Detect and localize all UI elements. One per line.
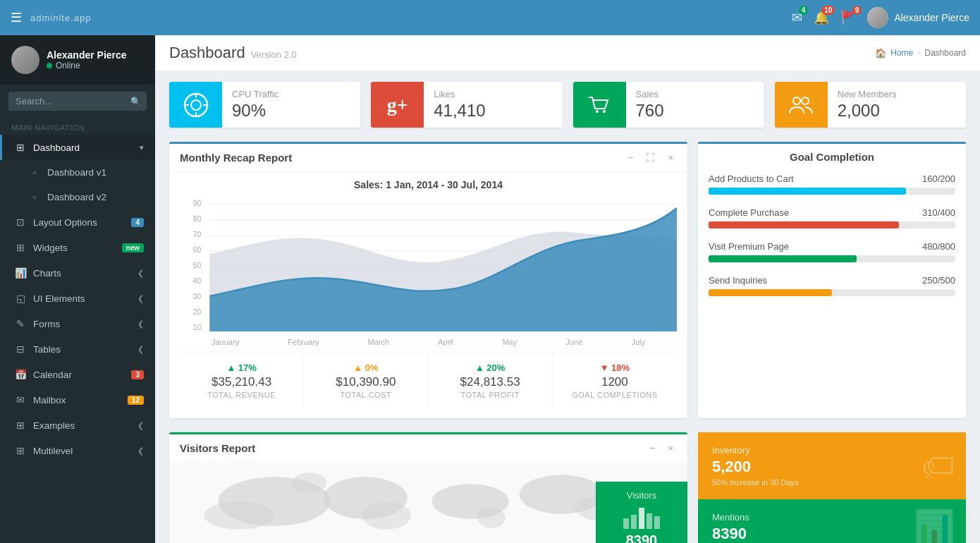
sidebar-item-dashboard[interactable]: ⊞ Dashboard ▾ bbox=[0, 135, 155, 160]
search-input[interactable] bbox=[8, 92, 147, 111]
main-layout: Alexander Pierce Online 🔍 MAIN NAVIGATIO… bbox=[0, 35, 980, 543]
visitors-panel: Visitors Report − × bbox=[169, 432, 687, 543]
svg-point-34 bbox=[477, 507, 506, 528]
sidebar-search-wrap: 🔍 bbox=[0, 85, 155, 118]
progress-bg-inquiries bbox=[709, 289, 955, 296]
sidebar-item-widgets[interactable]: ⊞ Widgets new bbox=[0, 235, 155, 260]
visitors-tools: − × bbox=[647, 441, 677, 455]
chart-stat-profit: ▲ 20% $24,813.53 TOTAL PROFIT bbox=[429, 354, 553, 408]
cost-label: TOTAL COST bbox=[311, 391, 420, 399]
goal-completion-content: Goal Completion Add Products to Cart 160… bbox=[698, 144, 966, 316]
stat-info-likes: Likes 41,410 bbox=[424, 82, 562, 128]
examples-icon: ⊞ bbox=[13, 420, 27, 431]
calendar-badge: 3 bbox=[131, 370, 144, 379]
sidebar-username: Alexander Pierce bbox=[47, 49, 127, 61]
nav-section-label: MAIN NAVIGATION bbox=[0, 118, 155, 135]
chart-title: Sales: 1 Jan, 2014 - 30 Jul, 2014 bbox=[180, 179, 677, 190]
sidebar-item-calendar-label: Calendar bbox=[33, 370, 72, 380]
dashboard-arrow: ▾ bbox=[140, 143, 144, 152]
sidebar-brand: Alexander Pierce Online bbox=[0, 35, 155, 85]
close-button[interactable]: × bbox=[664, 151, 677, 164]
goals-change: ▼ 18% bbox=[560, 362, 670, 373]
hamburger-button[interactable]: ☰ bbox=[11, 10, 22, 25]
dashboard-v2-icon: ○ bbox=[27, 193, 42, 201]
sidebar-item-tables-label: Tables bbox=[33, 344, 61, 355]
visitors-minimize[interactable]: − bbox=[647, 441, 659, 455]
bell-badge: 10 bbox=[821, 6, 835, 15]
sidebar-item-multilevel[interactable]: ⊞ Multilevel ❮ bbox=[0, 438, 155, 463]
sidebar-item-examples[interactable]: ⊞ Examples ❮ bbox=[0, 413, 155, 438]
stat-icon-members bbox=[775, 82, 828, 128]
tables-icon: ⊟ bbox=[13, 343, 27, 355]
progress-bg-cart bbox=[709, 188, 955, 195]
profit-change: ▲ 20% bbox=[436, 362, 545, 373]
minimize-button[interactable]: − bbox=[625, 151, 637, 164]
chart-stat-revenue: ▲ 17% $35,210.43 TOTAL REVENUE bbox=[180, 354, 304, 408]
profit-label: TOTAL PROFIT bbox=[436, 391, 545, 399]
page-subtitle: Version 2.0 bbox=[251, 49, 297, 60]
progress-fill-purchase bbox=[709, 221, 899, 228]
bar3 bbox=[639, 508, 644, 529]
search-icon: 🔍 bbox=[130, 97, 141, 106]
stat-label-cpu: CPU Traffic bbox=[232, 89, 350, 99]
svg-text:20: 20 bbox=[193, 307, 202, 316]
svg-text:10: 10 bbox=[193, 323, 202, 331]
breadcrumb: 🏠 Home › Dashboard bbox=[875, 48, 966, 59]
stat-value-sales: 760 bbox=[636, 101, 754, 121]
svg-point-38 bbox=[292, 472, 327, 492]
widgets-icon: ⊞ bbox=[13, 242, 27, 253]
sidebar-item-tables[interactable]: ⊟ Tables ❮ bbox=[0, 336, 155, 362]
flag-icon-wrapper[interactable]: 🚩 9 bbox=[840, 10, 856, 25]
profit-amount: $24,813.53 bbox=[436, 375, 545, 389]
sidebar-status: Online bbox=[47, 61, 127, 71]
svg-point-1 bbox=[191, 100, 201, 110]
x-label-apr: April bbox=[438, 338, 453, 346]
panel-tools: − ⛶ × bbox=[625, 151, 677, 164]
sidebar-item-ui-elements[interactable]: ◱ UI Elements ❮ bbox=[0, 286, 155, 311]
stat-boxes: CPU Traffic 90% g+ Likes 41,410 bbox=[169, 82, 966, 128]
small-stats: Inventory 5,200 50% Increase in 30 Days … bbox=[698, 432, 966, 543]
breadcrumb-separator: › bbox=[917, 48, 920, 58]
sidebar-item-forms[interactable]: ✎ Forms ❮ bbox=[0, 311, 155, 336]
tables-arrow: ❮ bbox=[137, 345, 144, 354]
progress-fill-cart bbox=[709, 188, 906, 195]
sidebar-item-calendar[interactable]: 📅 Calendar 3 bbox=[0, 362, 155, 387]
svg-text:30: 30 bbox=[193, 292, 202, 300]
sidebar-item-layout[interactable]: ⊡ Layout Options 4 bbox=[0, 209, 155, 235]
avatar bbox=[867, 7, 888, 28]
stat-icon-likes: g+ bbox=[371, 82, 424, 128]
inventory-subtext: 50% Increase in 30 Days bbox=[712, 478, 952, 487]
stat-icon-cpu bbox=[169, 82, 222, 128]
sidebar-item-dashboard-v2[interactable]: ○ Dashboard v2 bbox=[0, 185, 155, 209]
x-label-jan: January bbox=[212, 338, 239, 346]
revenue-change: ▲ 17% bbox=[187, 362, 296, 373]
sidebar-item-mailbox[interactable]: ✉ Mailbox 12 bbox=[0, 387, 155, 413]
breadcrumb-home[interactable]: Home bbox=[890, 48, 913, 58]
stat-info-members: New Members 2,000 bbox=[828, 82, 966, 128]
stat-value-likes: 41,410 bbox=[434, 101, 552, 121]
sidebar-avatar bbox=[11, 46, 39, 74]
revenue-label: TOTAL REVENUE bbox=[187, 391, 296, 399]
chart-stats: ▲ 17% $35,210.43 TOTAL REVENUE ▲ 0% $10,… bbox=[180, 353, 677, 408]
multilevel-arrow: ❮ bbox=[137, 446, 144, 456]
x-label-jun: June bbox=[565, 338, 582, 346]
goal-item-purchase: Complete Purchase 310/400 bbox=[709, 207, 955, 228]
expand-button[interactable]: ⛶ bbox=[642, 151, 659, 164]
stat-mentions: Mentions 8390 📊 bbox=[698, 499, 966, 543]
visitors-close[interactable]: × bbox=[664, 441, 677, 455]
stat-box-likes: g+ Likes 41,410 bbox=[371, 82, 562, 128]
user-menu[interactable]: Alexander Pierce bbox=[867, 7, 969, 28]
mail-icon-wrapper[interactable]: ✉ 4 bbox=[792, 10, 802, 25]
sidebar-item-dashboard-v1[interactable]: ○ Dashboard v1 bbox=[0, 160, 155, 185]
sidebar-item-dashboard-label: Dashboard bbox=[33, 142, 80, 153]
goal-item-inquiries: Send Inquiries 250/500 bbox=[709, 275, 955, 296]
sidebar-item-dashboard-v1-label: Dashboard v1 bbox=[47, 167, 106, 178]
examples-arrow: ❮ bbox=[137, 421, 144, 430]
bell-icon-wrapper[interactable]: 🔔 10 bbox=[814, 10, 829, 25]
goal-value-purchase: 310/400 bbox=[922, 207, 955, 218]
revenue-amount: $35,210.43 bbox=[187, 375, 296, 389]
goals-amount: 1200 bbox=[560, 375, 670, 389]
stat-inventory: Inventory 5,200 50% Increase in 30 Days … bbox=[698, 432, 966, 499]
sidebar-item-charts[interactable]: 📊 Charts ❮ bbox=[0, 260, 155, 286]
dashboard-icon: ⊞ bbox=[13, 142, 27, 153]
